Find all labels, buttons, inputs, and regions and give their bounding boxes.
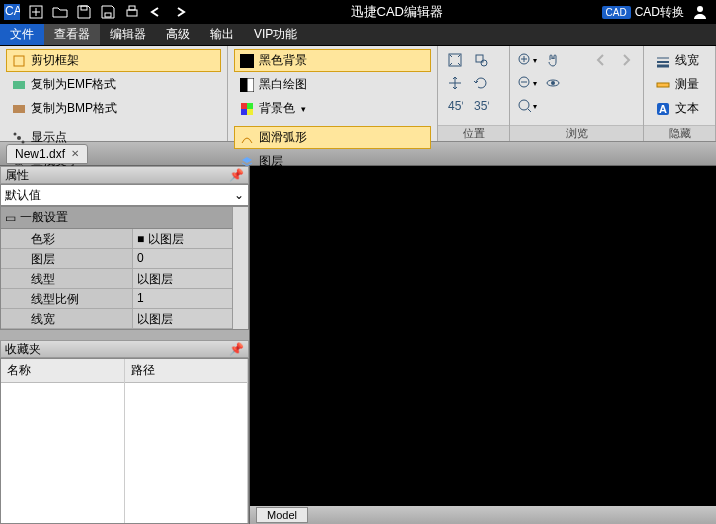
menu-viewer[interactable]: 查看器 [44,24,100,45]
property-group-general[interactable]: ▭一般设置 [1,207,232,229]
smooth-arc-button[interactable]: 圆滑弧形 [234,126,431,149]
ribbon: 剪切框架 复制为EMF格式 复制为BMP格式 显示点 查找文字 修剪光栅 工具 … [0,46,716,142]
title-bar: CAD 迅捷CAD编辑器 CAD CAD转换 [0,0,716,24]
model-tab[interactable]: Model [256,507,308,523]
menu-vip[interactable]: VIP功能 [244,24,307,45]
app-title: 迅捷CAD编辑器 [192,3,602,21]
default-value-dropdown[interactable]: 默认值 ⌄ [0,184,249,206]
pan-button[interactable] [444,72,466,94]
prop-key: 图层 [1,249,133,268]
svg-point-33 [481,60,487,66]
pin-icon[interactable]: 📌 [229,168,244,182]
menu-editor[interactable]: 编辑器 [100,24,156,45]
orbit-button[interactable] [542,72,564,94]
main-area: 属性 📌 默认值 ⌄ ▭一般设置 色彩■ 以图层 图层0 线型以图层 线型比例1… [0,166,716,524]
bw-icon [239,77,255,93]
measure-icon [655,77,671,93]
svg-rect-5 [81,6,87,10]
prop-val[interactable]: 0 [133,249,232,268]
text-button[interactable]: A文本 [650,97,709,120]
cad-convert-button[interactable]: CAD转换 [635,4,684,21]
prop-row[interactable]: 图层0 [1,249,232,269]
svg-rect-22 [241,103,247,109]
scrollbar[interactable] [232,207,248,329]
svg-rect-23 [247,103,253,109]
pin-icon[interactable]: 📌 [229,342,244,356]
bw-draw-button[interactable]: 黑白绘图 [234,73,431,96]
prev-button[interactable] [591,49,612,71]
zoom-in-button[interactable]: ▾ [516,49,538,71]
favorites-title: 收藏夹 [5,341,41,358]
arc-icon [239,130,255,146]
drawing-viewport[interactable]: Model [250,166,716,524]
svg-rect-12 [13,105,25,113]
svg-rect-25 [247,109,253,115]
prop-row[interactable]: 色彩■ 以图层 [1,229,232,249]
print-icon[interactable] [122,2,142,22]
menu-output[interactable]: 输出 [200,24,244,45]
svg-point-43 [519,100,529,110]
svg-point-9 [697,6,703,12]
linewidth-label: 线宽 [675,52,699,69]
angle2-button[interactable]: 35° [470,95,492,117]
copy-emf-label: 复制为EMF格式 [31,76,116,93]
measure-label: 测量 [675,76,699,93]
linewidth-icon [655,53,671,69]
model-tab-strip: Model [250,506,716,524]
copy-emf-button[interactable]: 复制为EMF格式 [6,73,221,96]
angle-button[interactable]: 45° [444,95,466,117]
prop-row[interactable]: 线型比例1 [1,289,232,309]
general-label: 一般设置 [20,209,68,226]
prop-val[interactable]: 1 [133,289,232,308]
measure-button[interactable]: 测量 [650,73,709,96]
text-label: 文本 [675,100,699,117]
prop-key: 线型 [1,269,133,288]
fav-col-path[interactable]: 路径 [125,359,248,383]
prop-row[interactable]: 线宽以图层 [1,309,232,329]
file-tab[interactable]: New1.dxf ✕ [6,144,88,164]
menu-file[interactable]: 文件 [0,24,44,45]
emf-icon [11,77,27,93]
black-bg-button[interactable]: 黑色背景 [234,49,431,72]
redo-icon[interactable] [170,2,190,22]
app-logo-icon: CAD [2,2,22,22]
rotate-button[interactable] [470,72,492,94]
svg-rect-19 [240,54,254,68]
ribbon-group-browse-label: 浏览 [510,125,643,141]
svg-rect-20 [240,78,247,92]
linewidth-button[interactable]: 线宽 [650,49,709,72]
zoom-out-button[interactable]: ▾ [516,72,538,94]
svg-rect-48 [657,83,669,87]
crop-frame-button[interactable]: 剪切框架 [6,49,221,72]
text-icon: A [655,101,671,117]
fav-col-name[interactable]: 名称 [1,359,124,383]
prop-row[interactable]: 线型以图层 [1,269,232,289]
svg-point-42 [551,81,555,85]
prop-val[interactable]: 以图层 [133,269,232,288]
collapse-icon[interactable]: ▭ [5,211,16,225]
prop-val[interactable]: 以图层 [133,309,232,328]
crop-icon [11,53,27,69]
prop-val[interactable]: ■ 以图层 [133,229,232,248]
svg-text:45°: 45° [448,99,463,113]
zoom-window-button[interactable] [470,49,492,71]
user-icon[interactable] [690,2,710,22]
zoom-all-button[interactable]: ▾ [516,95,538,117]
color-icon [239,101,255,117]
save-as-icon[interactable] [98,2,118,22]
copy-bmp-label: 复制为BMP格式 [31,100,117,117]
fit-screen-button[interactable] [444,49,466,71]
save-icon[interactable] [74,2,94,22]
undo-icon[interactable] [146,2,166,22]
open-icon[interactable] [50,2,70,22]
cad-badge-icon: CAD [602,6,631,19]
hand-button[interactable] [542,49,563,71]
close-file-icon[interactable]: ✕ [71,148,79,159]
bg-color-button[interactable]: 背景色▾ [234,97,431,120]
copy-bmp-button[interactable]: 复制为BMP格式 [6,97,221,120]
file-tab-name: New1.dxf [15,147,65,161]
prop-key: 线宽 [1,309,133,328]
menu-advanced[interactable]: 高级 [156,24,200,45]
new-icon[interactable] [26,2,46,22]
next-button[interactable] [616,49,637,71]
